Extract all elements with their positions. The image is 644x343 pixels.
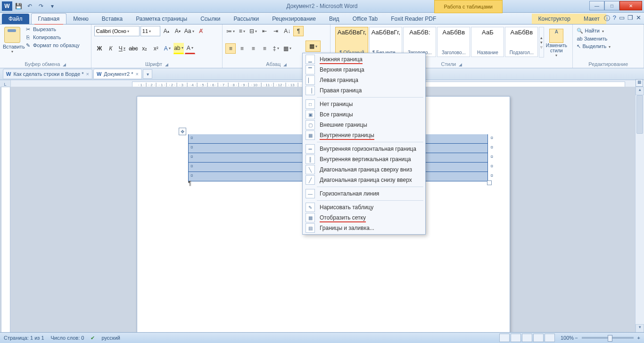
superscript-button[interactable]: x² [151,43,161,54]
style-item[interactable]: АаБНазвание [471,27,504,57]
align-left-button[interactable]: ≡ [225,43,236,54]
tab-foxit[interactable]: Foxit Reader PDF [384,14,443,24]
tab-references[interactable]: Ссылки [194,14,227,24]
doc-tab-1[interactable]: WКак сделать строки в Ворде *× [3,69,92,79]
minimize-ribbon-icon[interactable]: ⓘ [604,14,610,23]
align-right-button[interactable]: ≡ [248,43,258,54]
style-item[interactable]: АаБбВвЗаголово... [437,27,470,57]
status-words[interactable]: Число слов: 0 [51,335,84,341]
text-effects-button[interactable]: A▾ [162,43,173,54]
format-painter-button[interactable]: ✎Формат по образцу [25,42,80,49]
italic-button[interactable]: К [106,43,116,54]
table-resize-handle[interactable] [487,180,492,185]
view-print-layout[interactable] [499,334,510,342]
status-proof-icon[interactable]: ✔ [91,335,95,341]
clipboard-launcher[interactable]: ◢ [63,62,66,67]
shrink-font-button[interactable]: A▾ [173,26,183,36]
copy-button[interactable]: ⎘Копировать [25,34,80,41]
show-marks-button[interactable]: ¶ [293,26,304,36]
zoom-slider[interactable] [582,337,634,339]
borders-dropdown-button[interactable]: ▦▾ [305,41,321,52]
close-tab-icon[interactable]: × [136,71,139,77]
maximize-button[interactable]: □ [604,1,619,10]
strike-button[interactable]: abc [128,43,139,54]
doc-close-icon[interactable]: ✕ [636,14,641,23]
add-doc-tab-button[interactable]: ▾ [143,69,152,79]
minimize-button[interactable]: — [589,1,604,10]
highlight-button[interactable]: ab▾ [173,43,184,54]
styles-scroll[interactable]: ▴▾▿ [539,27,544,57]
sort-button[interactable]: A↓ [282,26,292,36]
find-button[interactable]: 🔍 Найти ▾ [577,28,640,34]
menu-item[interactable]: ╲Диагональная граница сверху вниз [303,164,425,175]
replace-button[interactable]: ab Заменить [577,36,640,41]
line-spacing-button[interactable]: ‡▾ [271,43,281,54]
menu-item[interactable]: ▦Внутренние границы [303,130,425,140]
tab-office[interactable]: Office Tab [346,14,385,24]
menu-item[interactable]: ║Внутренняя вертикальная граница [303,154,425,164]
clear-format-button[interactable]: Ⱥ [196,26,206,36]
menu-item[interactable]: ―Горизонтальная линия [303,188,425,199]
tab-constructor[interactable]: Конструктор [532,14,577,24]
doc-minimize-icon[interactable]: ▭ [619,14,625,23]
zoom-out-button[interactable]: − [575,335,578,341]
grow-font-button[interactable]: A▴ [161,26,172,36]
menu-item[interactable]: ▏Левая граница [303,75,425,85]
view-web[interactable] [522,334,532,342]
view-reading[interactable] [511,334,521,342]
help-icon[interactable]: ? [613,14,616,23]
scroll-up-icon[interactable]: ▴ [636,87,644,95]
undo-icon[interactable]: ↶ [25,1,35,11]
shading-button[interactable]: ▦▾ [282,43,292,54]
zoom-in-button[interactable]: + [637,335,640,341]
tab-page-layout[interactable]: Разметка страницы [129,14,194,24]
font-size-combo[interactable]: 11▾ [140,26,160,36]
paste-button[interactable]: Вставить ▾ [3,26,22,54]
view-draft[interactable] [545,334,555,342]
scroll-thumb[interactable] [636,95,643,134]
tab-home[interactable]: Главная [31,13,67,24]
vertical-ruler[interactable] [1,87,10,333]
menu-item[interactable]: ▤Границы и заливка... [303,223,425,233]
scroll-down-icon[interactable]: ▾ [636,324,644,333]
qat-dropdown-icon[interactable]: ▾ [47,1,58,11]
vertical-scrollbar[interactable]: ▴ ▾ [635,87,644,333]
tab-layout[interactable]: Макет [577,14,606,24]
menu-item[interactable]: ✎Нарисовать таблицу [303,202,425,212]
tab-insert[interactable]: Вставка [95,14,130,24]
menu-item[interactable]: ▕Правая граница [303,85,425,96]
paragraph-launcher[interactable]: ◢ [283,62,287,67]
menu-item[interactable]: ▔Верхняя граница [303,65,425,75]
tab-menu[interactable]: Меню [66,14,95,24]
align-center-button[interactable]: ≡ [237,43,247,54]
doc-restore-icon[interactable]: ❐ [627,14,633,23]
save-icon[interactable]: 💾 [13,1,24,11]
underline-button[interactable]: Ч▾ [117,43,127,54]
tab-review[interactable]: Рецензирование [265,14,322,24]
bullets-button[interactable]: ≔▾ [225,26,236,36]
status-page[interactable]: Страница: 1 из 1 [4,335,44,341]
close-button[interactable]: ✕ [619,1,642,10]
styles-launcher[interactable]: ◢ [459,62,462,67]
subscript-button[interactable]: x₂ [140,43,150,54]
increase-indent-button[interactable]: ⇥ [271,26,281,36]
redo-icon[interactable]: ↷ [36,1,46,11]
numbering-button[interactable]: ≡▾ [237,26,247,36]
font-name-combo[interactable]: Calibri (Осно▾ [94,26,140,36]
font-color-button[interactable]: A▾ [185,43,195,54]
menu-item[interactable]: ▢Внешние границы [303,120,425,130]
select-button[interactable]: ↖ Выделить ▾ [577,43,640,49]
multilevel-button[interactable]: ⊟▾ [248,26,258,36]
status-language[interactable]: русский [101,335,120,341]
close-tab-icon[interactable]: × [86,71,89,77]
ruler-toggle[interactable]: ▦ [636,79,643,87]
style-item[interactable]: АаБбВвПодзагол... [505,27,538,57]
view-outline[interactable] [533,334,544,342]
table-move-handle[interactable]: ✥ [179,128,186,135]
menu-item[interactable]: ▣Все границы [303,109,425,120]
menu-item[interactable]: ▁Нижняя граница [303,54,425,65]
cut-button[interactable]: ✂Вырезать [25,26,80,33]
tab-mailings[interactable]: Рассылки [227,14,265,24]
doc-tab-2[interactable]: WДокумент2 *× [93,69,142,79]
tab-file[interactable]: Файл [2,14,29,24]
